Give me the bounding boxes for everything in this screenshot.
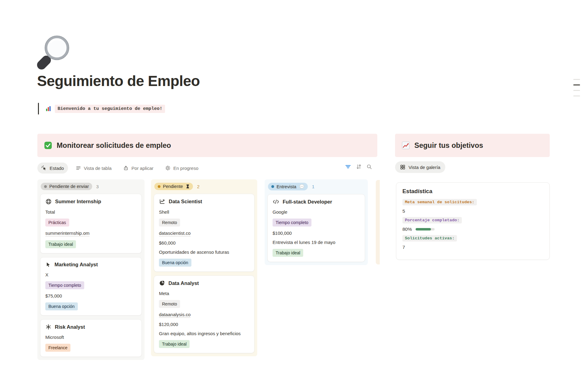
chart-line-icon (159, 198, 165, 205)
card-field-text: Gran equipo, altos ingresos y beneficios (159, 331, 249, 336)
card-field-text: X (45, 272, 137, 277)
tag-tiempo-completo: Tiempo completo (273, 219, 311, 227)
tag-remoto: Remoto (159, 300, 180, 308)
card-field-text: Total (45, 209, 137, 215)
stat-label-solicitudes-activas: Solicitudes activas: (402, 235, 457, 242)
column-name: Pendiente de enviar (49, 184, 89, 189)
tab-estado[interactable]: Estado (37, 163, 68, 174)
card-field-text: $75,000 (45, 293, 137, 298)
click-icon (41, 165, 47, 171)
card-field-text: Google (273, 209, 360, 215)
column-header: Entrevista1 (268, 183, 364, 190)
card-title: Data Scientist (169, 199, 202, 204)
bar-chart-emoji-icon (45, 106, 51, 112)
speech-bubble-icon (299, 184, 304, 189)
tab-label: Por aplicar (131, 166, 153, 171)
quote-bar (38, 103, 39, 114)
outline-line-4[interactable] (573, 95, 580, 96)
stat-value: 80% (402, 227, 412, 232)
goals-section-title: Seguir tus objetivos (414, 141, 483, 150)
card-field-text: Meta (159, 291, 249, 296)
card-title: Marketing Analyst (55, 262, 98, 268)
tag-remoto: Remoto (159, 219, 180, 227)
card-url-link[interactable]: datascientist.co (159, 230, 190, 236)
column-header: Pendiente2 (154, 183, 254, 190)
stat-value: 5 (402, 208, 405, 214)
tag-buena-opcion: Buena opción (45, 302, 78, 310)
status-dot-icon (158, 185, 160, 188)
job-card-full-stack-developer[interactable]: Full-stack DeveloperGoogleTiempo complet… (267, 194, 365, 262)
card-title-row: Summer Internship (45, 198, 137, 205)
card-title: Data Analyst (168, 280, 199, 286)
view-tabs: EstadoVista de tablaPor aplicarEn progre… (37, 161, 380, 175)
column-status-pill[interactable]: Pendiente de enviar (41, 183, 92, 190)
welcome-callout[interactable]: Bienvenido a tu seguimiento de empleo! (38, 102, 165, 115)
progress-bar-fill (416, 228, 431, 230)
tab-por-aplicar[interactable]: Por aplicar (119, 163, 157, 174)
job-card-marketing-analyst[interactable]: Marketing AnalystXTiempo completo$75,000… (40, 257, 142, 316)
board-column-pendiente-de-enviar: Pendiente de enviar3Summer InternshipTot… (37, 179, 145, 360)
tag-practicas: Prácticas (45, 219, 69, 227)
tab-vista-de-tabla[interactable]: Vista de tabla (72, 163, 116, 174)
statistics-title: Estadística (402, 188, 543, 195)
stat-label-meta-semanal-de-solicitudes: Meta semanal de solicitudes: (402, 199, 477, 205)
upload-icon (123, 165, 129, 171)
page-icon-magnifier[interactable] (37, 34, 73, 70)
column-status-pill[interactable]: Entrevista (268, 183, 308, 190)
card-title-row: Risk Analyst (45, 324, 137, 330)
filter-button[interactable] (345, 163, 351, 170)
stat-value: 7 (402, 245, 405, 250)
column-count: 2 (197, 184, 199, 189)
check-emoji-icon (44, 141, 52, 149)
column-count: 3 (96, 184, 99, 189)
asterisk-icon (45, 324, 51, 330)
job-card-risk-analyst[interactable]: Risk AnalystMicrosoftFreelance (40, 319, 142, 357)
card-title-row: Data Scientist (159, 198, 249, 205)
overflow-column-peek (376, 180, 380, 264)
outline-line-2[interactable] (573, 84, 580, 85)
table-list-icon (76, 165, 81, 171)
tag-trabajo-ideal: Trabajo ideal (159, 340, 190, 348)
progress-bar (416, 228, 435, 230)
column-name: Entrevista (277, 184, 296, 189)
tab-gallery-view[interactable]: Vista de galería (395, 161, 445, 173)
cursor-icon (45, 262, 51, 268)
magnifier-emoji-icon (37, 34, 73, 70)
gallery-icon (400, 164, 405, 170)
job-card-data-analyst[interactable]: Data AnalystMetaRemotodataanalysis.co$12… (154, 275, 254, 353)
tab-en-progreso[interactable]: En progreso (161, 163, 202, 174)
card-title-row: Marketing Analyst (45, 262, 137, 268)
stat-label-porcentaje-completado: Porcentaje completado: (402, 217, 462, 223)
column-header: Pendiente de enviar3 (41, 183, 141, 190)
jobs-section-title: Monitorear solicitudes de empleo (57, 141, 171, 150)
column-status-pill[interactable]: Pendiente (154, 183, 193, 190)
goals-section-header: Seguir tus objetivos (395, 134, 550, 157)
job-card-data-scientist[interactable]: Data ScientistShellRemotodatascientist.c… (154, 194, 254, 272)
card-url-link[interactable]: summerinternship.om (45, 230, 89, 236)
card-field-text: $60,000 (159, 240, 249, 245)
job-card-summer-internship[interactable]: Summer InternshipTotalPrácticassummerint… (40, 194, 142, 253)
card-field-text: Entrevista el lunes 19 de mayo (273, 240, 360, 245)
statistics-card[interactable]: Estadística Meta semanal de solicitudes:… (396, 182, 550, 260)
board-toolbar (345, 163, 372, 170)
globe-icon (45, 198, 52, 205)
welcome-callout-text: Bienvenido a tu seguimiento de empleo! (55, 105, 165, 113)
gear-icon (165, 165, 171, 171)
chart-up-emoji-icon (402, 141, 410, 149)
outline-line-3[interactable] (573, 90, 580, 91)
outline-line-1[interactable] (573, 79, 580, 80)
sort-button[interactable] (356, 163, 362, 170)
card-field-text: $120,000 (159, 322, 249, 327)
card-url-link[interactable]: dataanalysis.co (159, 312, 190, 318)
page-title[interactable]: Seguimiento de Empleo (37, 73, 200, 89)
kanban-board: Pendiente de enviar3Summer InternshipTot… (37, 179, 380, 367)
search-button[interactable] (366, 164, 372, 170)
page-outline-nav (573, 79, 580, 96)
card-title: Summer Internship (55, 199, 101, 204)
card-field-text: Shell (159, 209, 249, 215)
tag-buena-opcion: Buena opción (159, 259, 191, 267)
column-count: 1 (312, 184, 314, 189)
tab-label: Vista de tabla (84, 166, 112, 171)
card-field-text: $100,000 (273, 230, 360, 236)
tab-label: En progreso (173, 166, 198, 171)
